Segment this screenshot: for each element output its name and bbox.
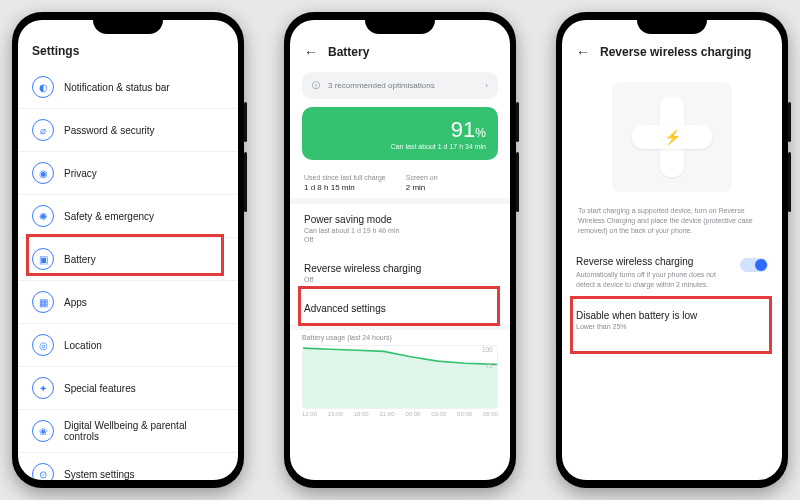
info-icon: ⓘ [312,80,320,91]
back-icon[interactable]: ← [304,44,318,60]
instructions-text: To start charging a supported device, tu… [562,206,782,246]
chart-title: Battery usage (last 24 hours) [302,334,498,341]
axis-tick: 08:00 [483,411,498,417]
settings-row-special-features[interactable]: ✦Special features [18,366,238,409]
stat-used-label: Used since last full charge [304,174,386,181]
settings-row-apps[interactable]: ▦Apps [18,280,238,323]
psm-state: Off [304,236,496,243]
phone-battery: ← Battery ⓘ 3 recommended optimisations … [284,12,516,488]
row-label: Special features [64,383,136,394]
settings-row-system-settings[interactable]: ⊙System settings [18,452,238,480]
svg-text:100: 100 [482,346,493,353]
row-icon: ✦ [32,377,54,399]
page-title: Battery [328,45,369,59]
disable-sub: Lower than 25% [576,323,768,330]
volume-button [244,152,247,212]
reverse-wireless-toggle-row[interactable]: Reverse wireless charging Automatically … [562,246,782,300]
rwc-toggle-title: Reverse wireless charging [576,256,732,267]
settings-row-password-security[interactable]: ⌀Password & security [18,108,238,151]
row-icon: ◐ [32,76,54,98]
notch [637,20,707,34]
settings-row-battery[interactable]: ▣Battery [18,237,238,280]
row-label: System settings [64,469,135,480]
svg-text:75: 75 [485,362,493,369]
stat-screen-label: Screen on [406,174,438,181]
row-label: Safety & emergency [64,211,154,222]
volume-button [516,152,519,212]
percent-sign: % [475,126,486,140]
row-label: Digital Wellbeing & parental controls [64,420,224,442]
reverse-wireless-charging-item[interactable]: Reverse wireless charging Off [290,253,510,293]
power-button [788,102,791,142]
psm-title: Power saving mode [304,214,496,225]
reverse-charging-illustration: ⚡ [612,82,732,192]
chevron-right-icon: › [485,81,488,90]
row-label: Battery [64,254,96,265]
battery-percent: 91 [451,117,475,142]
row-label: Location [64,340,102,351]
axis-tick: 03:00 [431,411,446,417]
power-button [516,102,519,142]
row-icon: ⊙ [32,463,54,480]
notch [93,20,163,34]
axis-tick: 18:00 [354,411,369,417]
axis-tick: 21:00 [380,411,395,417]
toggle-switch-on[interactable] [740,258,768,272]
disable-low-battery-item[interactable]: Disable when battery is low Lower than 2… [562,300,782,340]
row-icon: ❀ [32,420,54,442]
divider [290,324,510,330]
settings-row-privacy[interactable]: ◉Privacy [18,151,238,194]
battery-stats: Used since last full charge1 d 8 h 15 mi… [290,168,510,198]
svg-marker-0 [303,348,497,409]
rwc-state: Off [304,276,496,283]
row-label: Notification & status bar [64,82,170,93]
back-icon[interactable]: ← [576,44,590,60]
optimisations-text: 3 recommended optimisations [328,81,435,90]
row-icon: ✺ [32,205,54,227]
power-saving-mode-item[interactable]: Power saving mode Can last about 1 d 19 … [290,204,510,253]
tutorial-three-phones: Settings ◐Notification & status bar⌀Pass… [0,0,800,500]
stat-screen-value: 2 min [406,183,438,192]
row-label: Password & security [64,125,155,136]
axis-tick: 15:00 [328,411,343,417]
page-title: Settings [18,40,238,66]
row-icon: ◉ [32,162,54,184]
axis-tick: 12:00 [302,411,317,417]
settings-row-notification-status-bar[interactable]: ◐Notification & status bar [18,66,238,108]
bolt-icon: ⚡ [664,129,681,145]
rwc-toggle-sub: Automatically turns off if your phone do… [576,270,732,290]
phone-reverse-wireless: ← Reverse wireless charging ⚡ To start c… [556,12,788,488]
row-icon: ◎ [32,334,54,356]
row-label: Apps [64,297,87,308]
advanced-settings-item[interactable]: Advanced settings [290,293,510,324]
settings-row-digital-wellbeing-parental-controls[interactable]: ❀Digital Wellbeing & parental controls [18,409,238,452]
settings-row-safety-emergency[interactable]: ✺Safety & emergency [18,194,238,237]
volume-button [788,152,791,212]
axis-tick: 00:00 [405,411,420,417]
battery-card[interactable]: 91% Can last about 1 d 17 h 34 min [302,107,498,160]
power-button [244,102,247,142]
settings-row-location[interactable]: ◎Location [18,323,238,366]
advanced-settings-label: Advanced settings [304,303,496,314]
row-icon: ▣ [32,248,54,270]
disable-title: Disable when battery is low [576,310,768,321]
notch [365,20,435,34]
page-title: Reverse wireless charging [600,45,751,59]
row-icon: ⌀ [32,119,54,141]
battery-estimate: Can last about 1 d 17 h 34 min [314,143,486,150]
psm-sub: Can last about 1 d 19 h 46 min [304,227,496,234]
row-icon: ▦ [32,291,54,313]
phone-settings: Settings ◐Notification & status bar⌀Pass… [12,12,244,488]
row-label: Privacy [64,168,97,179]
stat-used-value: 1 d 8 h 15 min [304,183,386,192]
battery-usage-chart: Battery usage (last 24 hours) 100 75 12:… [302,334,498,417]
optimisations-banner[interactable]: ⓘ 3 recommended optimisations › [302,72,498,99]
rwc-title: Reverse wireless charging [304,263,496,274]
axis-tick: 05:00 [457,411,472,417]
